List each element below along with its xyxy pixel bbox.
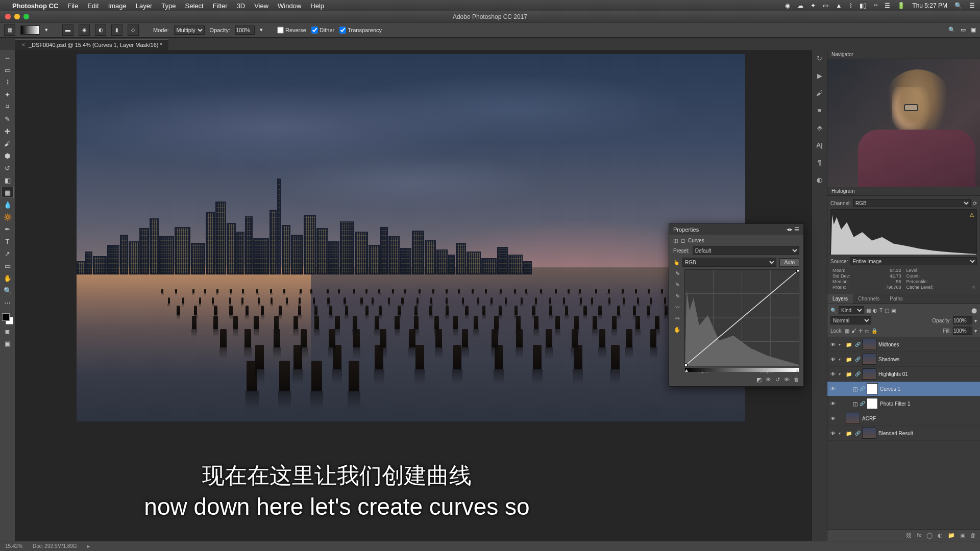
visibility-icon[interactable]: 👁 [829, 431, 837, 436]
visibility-icon[interactable]: 👁 [829, 401, 837, 407]
layer-name[interactable]: Shadows [878, 357, 978, 362]
layer-name[interactable]: Blended Result [878, 431, 978, 436]
para-icon[interactable]: ¶ [815, 157, 825, 167]
history-icon[interactable]: ↻ [815, 53, 825, 63]
lock-pos-icon[interactable]: ✛ [859, 328, 863, 334]
display-icon[interactable]: ▭ [823, 2, 828, 9]
gradient-radial-icon[interactable]: ◉ [79, 24, 90, 36]
lock-pixel-icon[interactable]: 🖌 [851, 328, 856, 334]
curve-point-icon[interactable]: 〰 [673, 303, 681, 311]
filter-adj-icon[interactable]: ◐ [873, 308, 877, 313]
hand-tool-icon[interactable]: ✋ [2, 272, 14, 284]
blend-select[interactable]: Normal [830, 316, 871, 324]
layer-name[interactable]: Photo Filter 1 [880, 401, 978, 407]
brush-panel-icon[interactable]: 🖌 [815, 88, 825, 98]
workspace-icon[interactable]: ▭ [961, 27, 966, 33]
menu-select[interactable]: Select [185, 2, 203, 10]
bluetooth-icon[interactable]: ᛒ [849, 2, 852, 9]
control-icon[interactable]: ☰ [885, 2, 890, 9]
clock[interactable]: Thu 5:27 PM [912, 2, 947, 9]
filter-smart-icon[interactable]: ▣ [891, 308, 896, 313]
blend-mode-select[interactable]: Multiply [174, 26, 205, 35]
eraser-tool-icon[interactable]: ◧ [2, 174, 14, 186]
document-canvas[interactable] [77, 54, 745, 421]
zoom-value[interactable]: 15.42% [5, 543, 22, 549]
filter-shape-icon[interactable]: ▢ [885, 308, 889, 313]
search-icon[interactable]: 🔍 [954, 2, 962, 9]
quickmask-icon[interactable]: ◙ [2, 325, 14, 337]
histogram-canvas[interactable]: ⚠ [830, 209, 977, 255]
sampler-icon[interactable]: ✎ [673, 269, 681, 278]
app-name[interactable]: Photoshop CC [12, 2, 58, 10]
workspace2-icon[interactable]: ▣ [971, 27, 976, 33]
search-icon[interactable]: 🔍 [830, 308, 837, 313]
heal-tool-icon[interactable]: ✚ [2, 126, 14, 137]
expand-icon[interactable]: ▾ [839, 357, 844, 362]
channel-select[interactable]: RGB [682, 258, 776, 267]
type-tool-icon[interactable]: T [2, 236, 14, 247]
batt2-icon[interactable]: 🔋 [897, 2, 905, 9]
reverse-checkbox[interactable]: Reverse [277, 26, 306, 35]
gradient-swatch[interactable] [20, 26, 40, 35]
brush-tool-icon[interactable]: 🖌 [2, 138, 14, 149]
screenmode-icon[interactable]: ▣ [2, 338, 14, 349]
sampler-plus-icon[interactable]: ✎ [673, 281, 681, 289]
status-icon[interactable]: ◉ [785, 2, 790, 9]
gradient-linear-icon[interactable]: ▬ [62, 24, 74, 36]
doc-size[interactable]: Doc: 292.5M/1.89G [33, 543, 77, 549]
layer-row[interactable]: 👁▾📁🔗Shadows [827, 352, 980, 367]
tab-channels[interactable]: Channels [853, 294, 885, 304]
layer-row[interactable]: 👁◫🔗Photo Filter 1 [827, 396, 980, 411]
history-brush-icon[interactable]: ↺ [2, 162, 14, 173]
preset-select[interactable]: Default [693, 246, 799, 255]
reset-icon[interactable]: ↺ [775, 377, 780, 383]
layer-opacity-input[interactable] [953, 316, 972, 324]
mask-icon[interactable]: ◯ [926, 532, 933, 539]
close-tab-icon[interactable]: ✕ [21, 42, 26, 47]
navigator-panel[interactable] [827, 59, 980, 187]
layer-name[interactable]: Curves 1 [880, 386, 978, 392]
edit-toolbar-icon[interactable]: ⋯ [2, 297, 14, 308]
layer-list[interactable]: 👁▾📁🔗Midtones👁▾📁🔗Shadows👁▾📁🔗Highlights 01… [827, 337, 980, 530]
stamp-tool-icon[interactable]: ⬢ [2, 150, 14, 161]
dropdown-icon[interactable]: ▾ [45, 27, 48, 33]
menu-image[interactable]: Image [108, 2, 127, 10]
properties-panel[interactable]: Properties ◂▸ ☰ ◫ ◻ Curves Preset: Defau… [669, 223, 804, 387]
dropdown-icon[interactable]: ▾ [260, 27, 263, 33]
new-layer-icon[interactable]: ▣ [960, 532, 965, 539]
curves-graph[interactable]: ▲ ▲ [684, 269, 799, 366]
visibility-icon[interactable]: 👁 [784, 377, 790, 383]
filter-pixel-icon[interactable]: ▦ [866, 308, 871, 313]
blur-tool-icon[interactable]: 💧 [2, 199, 14, 210]
gradient-tool-icon[interactable]: ▦ [4, 24, 15, 36]
curve-hand-icon[interactable]: ✋ [673, 325, 681, 334]
actions-icon[interactable]: ▶ [815, 70, 825, 81]
wand-tool-icon[interactable]: ✦ [2, 89, 14, 100]
menu-window[interactable]: Window [278, 2, 301, 10]
crop-tool-icon[interactable]: ⌗ [2, 101, 14, 112]
filter-type-icon[interactable]: T [879, 308, 883, 313]
lasso-tool-icon[interactable]: ⌇ [2, 77, 14, 88]
menu-file[interactable]: File [67, 2, 78, 10]
search-icon[interactable]: 🔍 [948, 27, 955, 33]
layer-row[interactable]: 👁▾📁🔗Midtones [827, 337, 980, 352]
dither-checkbox[interactable]: Dither [311, 26, 334, 35]
adjustment-icon[interactable]: ◐ [938, 532, 943, 539]
marquee-tool-icon[interactable]: ▭ [2, 64, 14, 76]
histogram-header[interactable]: Histogram [827, 187, 980, 196]
visibility-icon[interactable]: 👁 [829, 371, 837, 377]
layer-name[interactable]: ACRF [862, 416, 978, 421]
menu-view[interactable]: View [254, 2, 268, 10]
menu-icon[interactable]: ☰ [794, 226, 799, 232]
group-icon[interactable]: 📁 [948, 532, 955, 539]
warning-icon[interactable]: ⚠ [969, 212, 974, 218]
brushpresets-icon[interactable]: ≡ [815, 105, 825, 115]
layer-name[interactable]: Highlights 01 [878, 371, 978, 377]
gradient-tool-icon[interactable]: ▦ [2, 187, 14, 198]
fill-input[interactable] [953, 327, 972, 335]
menu-type[interactable]: Type [161, 2, 176, 10]
menu-help[interactable]: Help [310, 2, 324, 10]
lock-trans-icon[interactable]: ▦ [845, 328, 849, 334]
wifi-icon[interactable]: ⌔ [874, 2, 877, 9]
tab-paths[interactable]: Paths [885, 294, 908, 304]
